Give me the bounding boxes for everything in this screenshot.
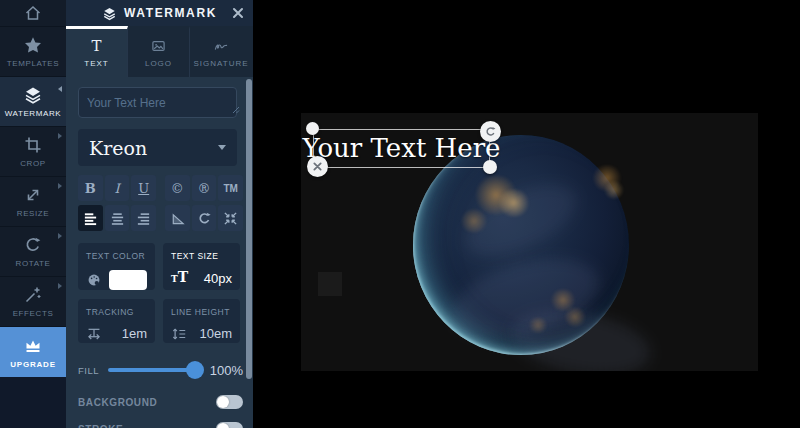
image-artifact (318, 272, 342, 296)
watermark-panel: WATERMARK T TEXT LOGO SIGNATURE (66, 0, 253, 428)
editor-canvas[interactable]: Your Text Here (253, 0, 800, 428)
fill-slider[interactable] (108, 368, 201, 372)
sidebar-item-label: WATERMARK (5, 109, 62, 118)
background-toggle[interactable] (216, 395, 243, 409)
text-size-value: 40px (204, 271, 232, 286)
italic-button[interactable]: I (105, 175, 130, 201)
tab-text[interactable]: T TEXT (66, 26, 128, 77)
text-tab-icon: T (91, 38, 101, 54)
city-lights (497, 189, 531, 217)
sidebar-item-label: EFFECTS (13, 309, 54, 318)
trademark-button[interactable]: TM (218, 175, 243, 201)
line-height-tile[interactable]: LINE HEIGHT 10em (163, 299, 240, 343)
sidebar-item-rotate[interactable]: ROTATE (0, 227, 66, 277)
registered-button[interactable]: ® (192, 175, 217, 201)
fill-value: 100% (210, 363, 243, 378)
sidebar-filler (0, 377, 66, 428)
panel-header: WATERMARK (66, 0, 253, 26)
chevron-right-icon (58, 283, 62, 289)
palette-icon (86, 272, 102, 288)
sidebar-item-label: UPGRADE (10, 360, 56, 369)
settings-grid: TEXT COLOR TEXT SIZE TT 40px TRACKING (78, 243, 243, 343)
image-stage[interactable]: Your Text Here (301, 113, 758, 371)
layers-icon (102, 6, 117, 21)
font-select[interactable]: Kreon (78, 129, 237, 166)
panel-body: Kreon B I U © ® TM (66, 87, 253, 428)
format-row-2 (78, 205, 243, 231)
color-swatch[interactable] (109, 270, 147, 290)
panel-tabs: T TEXT LOGO SIGNATURE (66, 26, 253, 77)
copyright-button[interactable]: © (165, 175, 190, 201)
text-size-icon: TT (171, 270, 188, 286)
align-left-button[interactable] (78, 205, 103, 231)
watermark-selection[interactable]: Your Text Here (313, 129, 490, 168)
sidebar-item-effects[interactable]: EFFECTS (0, 277, 66, 327)
sidebar-item-resize[interactable]: RESIZE (0, 177, 66, 227)
tracking-value: 1em (122, 326, 147, 341)
line-height-icon (171, 327, 187, 341)
background-row: BACKGROUND (78, 395, 243, 409)
tab-logo[interactable]: LOGO (128, 26, 190, 77)
watermark-text-input[interactable] (78, 87, 237, 118)
align-left-icon (83, 211, 98, 226)
sidebar-item-upgrade[interactable]: UPGRADE (0, 327, 66, 377)
city-lights (527, 317, 549, 333)
stroke-row: STROKE (78, 422, 243, 428)
resize-grip-icon[interactable] (232, 106, 240, 114)
city-lights (563, 307, 587, 327)
resize-handle-bottom-right[interactable] (483, 160, 497, 174)
rotate-cw-icon (485, 126, 496, 137)
stroke-toggle[interactable] (216, 422, 243, 428)
sidebar-item-label: RESIZE (17, 209, 50, 218)
text-size-tile[interactable]: TEXT SIZE TT 40px (163, 243, 240, 290)
skew-triangle-icon (170, 211, 185, 226)
chevron-left-icon (58, 86, 62, 92)
sidebar-item-label: TEMPLATES (7, 59, 59, 68)
signature-icon (212, 38, 230, 54)
layers-icon (23, 85, 43, 105)
text-color-tile[interactable]: TEXT COLOR (78, 243, 155, 290)
fill-slider-knob[interactable] (186, 361, 204, 379)
rotate-icon (23, 235, 43, 255)
compress-button[interactable] (218, 205, 243, 231)
sidebar: TEMPLATES WATERMARK CROP RESIZE ROTATE E… (0, 0, 66, 428)
sidebar-item-label: ROTATE (16, 259, 51, 268)
tab-signature[interactable]: SIGNATURE (190, 26, 252, 77)
close-icon[interactable] (232, 7, 244, 19)
tracking-tile[interactable]: TRACKING 1em (78, 299, 155, 343)
toggle-knob (217, 423, 229, 428)
close-icon (313, 162, 322, 171)
star-icon (23, 35, 43, 55)
bold-button[interactable]: B (78, 175, 103, 201)
align-center-button[interactable] (105, 205, 130, 231)
format-row-1: B I U © ® TM (78, 175, 243, 201)
sidebar-item-templates[interactable]: TEMPLATES (0, 27, 66, 77)
font-select-value: Kreon (89, 137, 147, 159)
chevron-right-icon (58, 233, 62, 239)
rotate-cw-icon (197, 211, 212, 226)
chevron-right-icon (58, 133, 62, 139)
align-right-button[interactable] (131, 205, 156, 231)
watermark-text[interactable]: Your Text Here (303, 132, 501, 162)
sidebar-item-watermark[interactable]: WATERMARK (0, 77, 66, 127)
align-right-icon (136, 211, 151, 226)
panel-scrollbar[interactable] (246, 79, 252, 379)
sidebar-item-crop[interactable]: CROP (0, 127, 66, 177)
compress-arrows-icon (223, 211, 238, 226)
app-window: TEMPLATES WATERMARK CROP RESIZE ROTATE E… (0, 0, 800, 428)
toggle-knob (217, 396, 229, 408)
rotate-handle[interactable] (480, 121, 501, 142)
skew-button[interactable] (165, 205, 190, 231)
underline-button[interactable]: U (131, 175, 156, 201)
city-lights (459, 209, 489, 233)
chevron-right-icon (58, 183, 62, 189)
magic-wand-icon (23, 285, 43, 305)
crop-icon (23, 135, 43, 155)
crown-icon (23, 336, 43, 356)
sidebar-item-label: CROP (20, 159, 46, 168)
delete-handle[interactable] (307, 156, 328, 177)
rotate-text-button[interactable] (192, 205, 217, 231)
image-icon (150, 38, 167, 54)
resize-handle-top-left[interactable] (306, 122, 319, 135)
home-button[interactable] (0, 0, 66, 27)
